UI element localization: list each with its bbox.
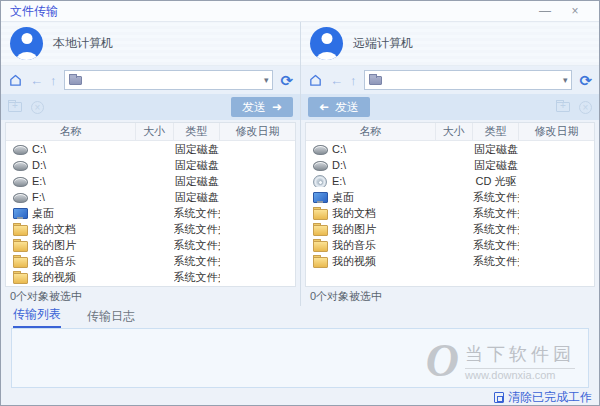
column-size[interactable]: 大小 xyxy=(436,123,473,140)
user-avatar-icon xyxy=(310,27,343,60)
file-type: 固定磁盘 xyxy=(174,190,220,205)
file-row[interactable]: 我的图片 系统文件夹 xyxy=(306,221,594,237)
remote-computer-name: 远端计算机 xyxy=(353,35,413,52)
folder-icon xyxy=(13,255,27,267)
file-row[interactable]: 我的视频 系统文件夹 xyxy=(306,253,594,269)
user-avatar-icon xyxy=(10,27,43,60)
refresh-icon[interactable]: ⟳ xyxy=(280,73,293,88)
file-type: 系统文件夹 xyxy=(473,206,519,221)
file-name: D:\ xyxy=(332,159,346,171)
file-type: 系统文件夹 xyxy=(174,206,220,221)
file-name: C:\ xyxy=(32,143,46,155)
local-nav-toolbar: ← ↑ ▾ ⟳ xyxy=(1,66,300,94)
file-type: 系统文件夹 xyxy=(174,270,220,285)
remote-file-list: 名称 大小 类型 修改日期 C:\ 固定磁盘 D:\ 固定磁盘 xyxy=(305,122,595,287)
folder-icon xyxy=(313,255,327,267)
file-row[interactable]: F:\ 固定磁盘 xyxy=(6,189,295,205)
file-row[interactable]: C:\ 固定磁盘 xyxy=(6,141,295,157)
file-name: E:\ xyxy=(332,175,345,187)
column-date[interactable]: 修改日期 xyxy=(220,123,295,140)
up-icon[interactable]: ↑ xyxy=(350,74,357,87)
tab-transfer-log[interactable]: 传输日志 xyxy=(87,308,135,328)
folder-icon xyxy=(13,223,27,235)
minimize-button[interactable]: — xyxy=(530,1,560,21)
drive-icon xyxy=(13,143,27,155)
local-address-bar[interactable]: ▾ xyxy=(64,70,274,90)
column-type[interactable]: 类型 xyxy=(174,123,220,140)
file-name: F:\ xyxy=(32,191,45,203)
folder-icon xyxy=(313,239,327,251)
file-name: 桌面 xyxy=(32,206,54,221)
file-row[interactable]: 我的视频 系统文件夹 xyxy=(6,269,295,285)
column-name[interactable]: 名称 xyxy=(6,123,136,140)
file-type: 固定磁盘 xyxy=(174,158,220,173)
cd-drive-icon xyxy=(313,175,327,187)
remote-table-header: 名称 大小 类型 修改日期 xyxy=(306,123,594,141)
back-icon[interactable]: ← xyxy=(30,74,43,87)
new-folder-icon[interactable]: + xyxy=(8,102,22,112)
file-name: 桌面 xyxy=(332,190,354,205)
home-icon[interactable] xyxy=(8,73,23,88)
remote-status-text: 0个对象被选中 xyxy=(301,287,599,306)
drive-icon xyxy=(313,159,327,171)
file-row[interactable]: 我的音乐 系统文件夹 xyxy=(306,237,594,253)
file-type: 固定磁盘 xyxy=(174,142,220,157)
file-row[interactable]: E:\ CD 光驱 xyxy=(306,173,594,189)
drive-icon xyxy=(13,175,27,187)
clear-completed-button[interactable]: 清除已完成工作 xyxy=(494,389,592,406)
close-button[interactable]: × xyxy=(560,1,590,21)
file-type: 系统文件夹 xyxy=(174,254,220,269)
file-row[interactable]: E:\ 固定磁盘 xyxy=(6,173,295,189)
remote-address-bar[interactable]: ▾ xyxy=(364,70,573,90)
file-type: 系统文件夹 xyxy=(174,238,220,253)
file-name: 我的图片 xyxy=(332,222,376,237)
tab-transfer-list[interactable]: 传输列表 xyxy=(13,306,61,328)
local-panel: 本地计算机 ← ↑ ▾ ⟳ + × 发送➜ xyxy=(1,22,300,306)
file-type: 固定磁盘 xyxy=(473,142,519,157)
file-row[interactable]: C:\ 固定磁盘 xyxy=(306,141,594,157)
file-name: 我的音乐 xyxy=(32,254,76,269)
file-row[interactable]: 我的音乐 系统文件夹 xyxy=(6,253,295,269)
send-to-local-button[interactable]: ➜发送 xyxy=(308,97,370,117)
file-name: 我的图片 xyxy=(32,238,76,253)
file-name: 我的视频 xyxy=(32,270,76,285)
delete-icon[interactable]: × xyxy=(31,101,44,114)
file-row[interactable]: 我的图片 系统文件夹 xyxy=(6,237,295,253)
file-type: 系统文件夹 xyxy=(473,254,519,269)
file-name: 我的音乐 xyxy=(332,238,376,253)
dropdown-caret-icon[interactable]: ▾ xyxy=(563,75,568,85)
file-row[interactable]: 桌面 系统文件夹 xyxy=(306,189,594,205)
back-icon[interactable]: ← xyxy=(330,74,343,87)
file-row[interactable]: 我的文档 系统文件夹 xyxy=(6,221,295,237)
file-name: 我的文档 xyxy=(332,206,376,221)
arrow-left-icon: ➜ xyxy=(319,100,329,114)
column-date[interactable]: 修改日期 xyxy=(519,123,594,140)
column-size[interactable]: 大小 xyxy=(136,123,174,140)
file-name: E:\ xyxy=(32,175,45,187)
file-row[interactable]: D:\ 固定磁盘 xyxy=(6,157,295,173)
file-row[interactable]: 我的文档 系统文件夹 xyxy=(306,205,594,221)
new-folder-icon[interactable]: + xyxy=(556,102,570,112)
file-name: 我的视频 xyxy=(332,254,376,269)
file-name: C:\ xyxy=(332,143,346,155)
file-name: D:\ xyxy=(32,159,46,171)
up-icon[interactable]: ↑ xyxy=(50,74,57,87)
file-type: 系统文件夹 xyxy=(473,222,519,237)
column-name[interactable]: 名称 xyxy=(306,123,436,140)
home-icon[interactable] xyxy=(308,73,323,88)
file-type: 系统文件夹 xyxy=(473,238,519,253)
column-type[interactable]: 类型 xyxy=(473,123,519,140)
file-type: CD 光驱 xyxy=(473,174,519,189)
remote-nav-toolbar: ← ↑ ▾ ⟳ xyxy=(301,66,599,94)
file-transfer-window: 文件传输 — × 本地计算机 ← ↑ ▾ xyxy=(0,0,600,406)
local-action-row: + × 发送➜ xyxy=(1,94,300,120)
file-row[interactable]: 桌面 系统文件夹 xyxy=(6,205,295,221)
dropdown-caret-icon[interactable]: ▾ xyxy=(264,75,269,85)
clear-icon xyxy=(494,392,504,403)
send-to-remote-button[interactable]: 发送➜ xyxy=(231,97,293,117)
file-type: 系统文件夹 xyxy=(174,222,220,237)
refresh-icon[interactable]: ⟳ xyxy=(579,73,592,88)
file-row[interactable]: D:\ 固定磁盘 xyxy=(306,157,594,173)
remote-panel-header: 远端计算机 xyxy=(301,22,599,66)
delete-icon[interactable]: × xyxy=(579,101,592,114)
